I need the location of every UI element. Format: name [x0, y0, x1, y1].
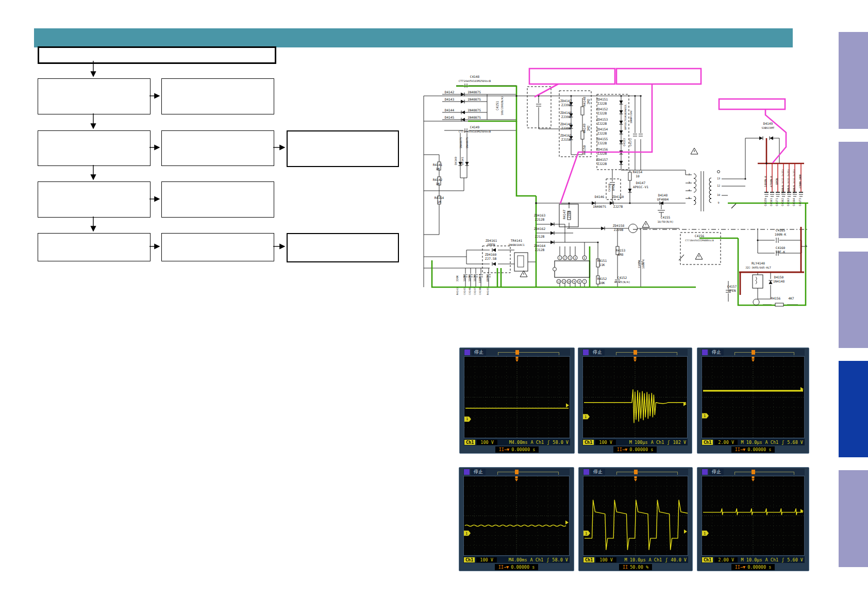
callout-box [529, 69, 615, 84]
scope-header: 停止 [702, 469, 805, 475]
stop-indicator-icon [464, 469, 470, 475]
component-label: 100N [463, 275, 466, 282]
component-label: 100N-K [642, 259, 645, 269]
component-label: 5 [688, 196, 690, 200]
component-label: RLY4140 [752, 261, 765, 265]
component-label: 6 [584, 257, 586, 259]
component-label: 1000P/1KV [630, 110, 632, 123]
scope-screen: 1 [582, 356, 688, 438]
component-label: ZJ12B [535, 235, 545, 238]
component-label: ZJ12B [535, 248, 545, 252]
component-label: ZD4161 [486, 239, 497, 242]
scope-stop-label: 停止 [709, 349, 724, 356]
volts-per-div: 2.00 V [714, 440, 738, 445]
component-label: C4161 [770, 198, 773, 206]
sidebar-tab-4 [839, 361, 868, 457]
component-label: CT714eV5V103M250VocB [459, 79, 491, 82]
record-position-bar [735, 472, 794, 475]
scope-stop-label: 停止 [709, 469, 724, 475]
flowchart-arrows [31, 44, 412, 271]
stop-indicator-icon [464, 350, 470, 355]
svg-text:1: 1 [704, 414, 706, 418]
position-readout: II→▼0.00000 s [495, 446, 539, 453]
position-marker-icon: II→▼ [735, 565, 745, 570]
component-label: ZJ22B [597, 102, 607, 105]
position-value: 50.00 % [630, 565, 648, 570]
scope-status-bar: Ch12.00 VM 10.0µsA Ch1ʃ5.60 V [702, 556, 805, 563]
trigger-source: A Ch1 [765, 557, 779, 562]
position-marker-icon: II→▼ [499, 447, 509, 452]
channel-badge: Ch1 [702, 557, 713, 562]
position-value: 0.00000 s [747, 447, 771, 452]
trigger-level: 40.0 V [671, 557, 687, 562]
sidebar-tab-2 [839, 142, 868, 238]
horizontal-position-bar: II→▼0.00000 s [460, 446, 574, 453]
component-label: 11K [599, 263, 605, 267]
component-label: C4160 [776, 246, 786, 250]
component-label: R4150 [582, 145, 586, 155]
component-label: ZJ27B [613, 205, 623, 208]
component-label: ZD4152 [596, 107, 608, 111]
volts-per-div: 100 V [476, 557, 497, 562]
component-label: C4148 [470, 75, 480, 78]
volts-per-div: 100 V [595, 440, 616, 445]
horizontal-position-bar: II50.00 % [579, 564, 692, 570]
component-label: 10/50(N/A) [657, 220, 673, 223]
component-label: 2M2 [587, 98, 590, 104]
component-label: 2M2 [587, 125, 590, 131]
component-label: ZD4153 [596, 118, 608, 121]
component-label: D4148 [658, 193, 668, 197]
component-label: 4700N-K [770, 175, 773, 187]
oscilloscope-screenshot-6: 停止1Ch12.00 VM 10.0µsA Ch1ʃ5.60 VII→▼0.00… [697, 467, 809, 571]
component-label: C4146 [469, 288, 471, 295]
component-label: 100N [468, 275, 471, 282]
time-per-div: M4.00ms [509, 557, 527, 562]
component-label: C4154 [638, 260, 641, 268]
component-label: C4153 [623, 138, 626, 146]
component-label: 100N-K [478, 273, 481, 284]
component-label: ZD4156 [596, 147, 608, 151]
component-label: R4148 [582, 96, 586, 106]
trigger-position-icon [752, 350, 755, 355]
rising-edge-icon: ʃ [667, 440, 670, 445]
component-label: S3BSC6MT [762, 126, 775, 129]
component-label: C4171 [775, 198, 778, 206]
component-label: C4151 [495, 101, 499, 110]
component-label: OPEN [486, 275, 489, 282]
channel-badge: Ch1 [464, 557, 475, 562]
component-label: 5600/6.3(12.5x35) [787, 169, 790, 193]
component-label: D4146 [595, 195, 605, 198]
component-label: R4141 [433, 163, 443, 167]
component-label: C4150 [479, 288, 481, 295]
scope-status-bar: Ch1100 VM 10.0µsA Ch1ʃ40.0 V [583, 556, 688, 563]
trigger-source: A Ch1 [531, 440, 544, 445]
position-value: 0.00000 s [511, 565, 535, 570]
component-label: ZD4165 [560, 134, 572, 137]
component-label: ZD4147 [560, 99, 572, 103]
component-label: D4147 [636, 181, 646, 185]
component-label: 10 [717, 193, 720, 196]
position-readout: II→▼0.00000 s [495, 564, 539, 570]
component-label: ZJ39B [614, 228, 624, 231]
svg-text:1: 1 [704, 532, 706, 536]
position-marker-icon: II→▼ [498, 565, 509, 570]
component-label: 1000N-K [764, 175, 767, 187]
scope-status-bar: Ch1100 VM4.00msA Ch1ʃ58.0 V [463, 556, 570, 563]
time-per-div: M 10.0µs [625, 557, 646, 562]
component-label: 9 [717, 201, 719, 204]
oscilloscope-screenshot-2: 停止1Ch1100 VM 100µsA Ch1ʃ102 VII→▼0.00000… [578, 347, 692, 454]
component-label: 4 [575, 257, 576, 259]
component-label: C4164 [792, 198, 795, 206]
channel-badge: Ch1 [464, 440, 475, 445]
volts-per-div: 2.00 V [714, 557, 738, 562]
component-label: CT710eV5V222M400VocB [685, 239, 714, 242]
trigger-position-icon [515, 470, 519, 474]
oscilloscope-screenshot-1: 停止1Ch1100 VM4.00msA Ch1ʃ58.0 VII→▼0.0000… [459, 347, 575, 454]
component-label: R4151 [597, 259, 607, 262]
position-readout: II→▼0.00000 s [613, 446, 657, 453]
stop-indicator-icon [583, 350, 589, 355]
record-position-bar [498, 352, 560, 355]
component-label: 2 [564, 257, 566, 259]
trigger-level: 102 V [673, 440, 686, 445]
scope-stop-label: 停止 [472, 349, 486, 356]
